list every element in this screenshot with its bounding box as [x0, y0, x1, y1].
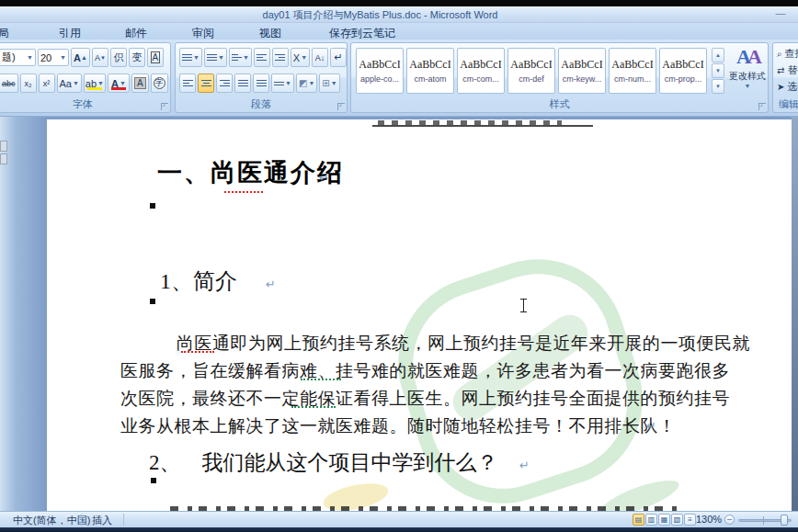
change-case-button[interactable]: Aa▼	[57, 74, 82, 93]
section-1-heading[interactable]: 1、简介	[160, 266, 237, 296]
grammar-squiggle-green	[291, 406, 336, 408]
line-spacing-button[interactable]: ▼	[271, 74, 294, 93]
sort-button[interactable]: A↓	[312, 48, 328, 67]
align-left-button[interactable]	[179, 74, 196, 93]
phonetic-guide-button[interactable]: 变	[129, 48, 145, 67]
spellcheck-squiggle-red	[224, 191, 263, 193]
font-size-combo[interactable]: 20▼	[38, 49, 69, 66]
outline-bullet	[151, 478, 156, 483]
character-border-button[interactable]: A	[147, 48, 164, 67]
heading-1[interactable]: 一、尚医通介绍	[157, 156, 344, 189]
align-center-icon	[201, 78, 211, 88]
find-button[interactable]: ⌕查找	[777, 47, 798, 61]
web-layout-view-button[interactable]: ▦	[658, 514, 670, 526]
editing-group-label: 编辑	[773, 97, 798, 111]
shrink-font-button[interactable]: A▼	[92, 48, 108, 67]
font-name-combo[interactable]: 题)▼	[0, 49, 36, 66]
clear-formatting-button[interactable]: 伿	[110, 48, 127, 67]
enclose-characters-button[interactable]: 字	[151, 74, 168, 93]
language-status[interactable]: 中文(简体，中国)	[13, 514, 90, 527]
font-group-label: 字体	[0, 97, 170, 111]
align-center-button[interactable]	[198, 74, 214, 93]
ribbon-tab-row: 局 引用 邮件 审阅 视图 保存到云笔记	[0, 23, 798, 40]
grow-font-button[interactable]: A▲	[71, 48, 90, 67]
highlight-color-button[interactable]: ab▼	[84, 74, 106, 93]
binoculars-icon: ⌕	[777, 49, 782, 60]
select-button[interactable]: ➤选择	[777, 80, 798, 94]
outline-view-button[interactable]: ▧	[671, 514, 683, 526]
superscript-button[interactable]: x²	[39, 74, 55, 93]
style-card[interactable]: AaBbCcIcm-prop...	[659, 48, 707, 94]
gallery-more-button[interactable]: ▼	[712, 79, 724, 94]
zoom-level[interactable]: 130%	[696, 514, 722, 525]
ibeam-cursor	[523, 299, 524, 312]
replace-icon: ⇄	[777, 65, 784, 75]
indent-icon	[275, 52, 285, 62]
show-hide-marks-button[interactable]: ↵	[330, 48, 347, 67]
numbering-button[interactable]: ▼	[204, 48, 227, 67]
change-styles-button[interactable]: AA 更改样式 ▼	[728, 46, 767, 105]
fullscreen-reading-view-button[interactable]: ▥	[645, 514, 657, 526]
body-line[interactable]: 次医院，最终还不一定能保证看得上医生。网上预约挂号全面提供的预约挂号	[120, 387, 685, 411]
sort-icon: A↓	[315, 53, 325, 62]
paint-bucket-icon: ◩	[299, 78, 307, 88]
status-separator	[81, 514, 82, 526]
watermark-green-blob	[598, 473, 683, 511]
decrease-indent-button[interactable]	[254, 48, 270, 67]
subscript-button[interactable]: x₂	[20, 74, 37, 93]
print-layout-view-button[interactable]: ▤	[633, 514, 644, 526]
style-card[interactable]: AaBbCcIcm-atom	[406, 48, 454, 94]
document-area: 一、尚医通介绍 ↵ 1、简介 ↵ 尚医通即为网上预约挂号系统，网上预约挂号是近年…	[0, 117, 798, 511]
distribute-button[interactable]	[253, 74, 269, 93]
gallery-scroll-up[interactable]: ▲	[712, 48, 724, 62]
style-card[interactable]: AaBbCcIcm-keyw...	[558, 48, 606, 94]
styles-gallery: AaBbCcIapple-co... AaBbCcIcm-atom AaBbCc…	[356, 48, 707, 94]
style-card[interactable]: AaBbCcIapple-co...	[356, 48, 404, 94]
body-line[interactable]: 业务从根本上解决了这一就医难题。随时随地轻松挂号！不用排长队！	[120, 414, 685, 438]
multilevel-list-button[interactable]: ▼	[229, 48, 252, 67]
cursor-arrow-icon: ➤	[777, 82, 784, 92]
char-border-icon: A	[151, 51, 161, 63]
font-dialog-launcher[interactable]	[161, 103, 168, 110]
scrollbar-area-clipped[interactable]	[792, 117, 798, 511]
replace-button[interactable]: ⇄替换	[777, 63, 798, 77]
borders-button[interactable]: ⊞▼	[319, 74, 339, 93]
document-page[interactable]: 一、尚医通介绍 ↵ 1、简介 ↵ 尚医通即为网上预约挂号系统，网上预约挂号是近年…	[47, 119, 792, 511]
minimize-button[interactable]: —	[774, 9, 787, 18]
style-card[interactable]: AaBbCcIcm-num...	[609, 48, 656, 94]
zoom-out-button[interactable]: –	[724, 515, 735, 525]
asian-layout-button[interactable]: X▼	[291, 48, 310, 67]
paragraph-mark-icon: ↵	[334, 51, 342, 63]
increase-indent-button[interactable]	[272, 48, 289, 67]
zoom-slider-thumb[interactable]	[781, 515, 788, 526]
shading-button[interactable]: ◩▼	[296, 74, 317, 93]
paragraph-group: ▼ ▼ ▼ X▼ A↓ ↵ ▼ ◩▼ ⊞▼ 段落	[175, 42, 348, 113]
style-card[interactable]: AaBbCcIcm-com...	[457, 48, 505, 94]
align-right-button[interactable]	[216, 74, 233, 93]
chevron-down-icon: ▼	[27, 54, 33, 61]
gallery-scroll-down[interactable]: ▼	[712, 63, 724, 78]
styles-dialog-launcher[interactable]	[758, 103, 766, 110]
chevron-down-icon: ▼	[728, 83, 767, 89]
draft-view-button[interactable]: ≡	[684, 514, 696, 526]
paragraph-mark: ↵	[266, 277, 276, 291]
bullets-button[interactable]: ▼	[179, 48, 202, 67]
paragraph-dialog-launcher[interactable]	[337, 103, 345, 110]
body-line[interactable]: 医服务，旨在缓解看病难、挂号难的就医难题，许多患者为看一次病要跑很多	[120, 359, 685, 383]
outline-bullet	[150, 299, 155, 304]
left-widget-button[interactable]	[0, 141, 7, 152]
grammar-squiggle-green	[301, 379, 341, 380]
title-bar[interactable]: day01 项目介绍与MyBatis Plus.doc - Microsoft …	[0, 6, 798, 23]
strikethrough-button[interactable]: abc	[0, 74, 18, 93]
left-clipped-widget	[0, 141, 8, 168]
left-widget-button[interactable]	[0, 153, 7, 164]
justify-button[interactable]	[234, 74, 251, 93]
character-shading-button[interactable]: A	[131, 74, 149, 93]
insert-mode-status[interactable]: 插入	[92, 514, 112, 527]
section-2-heading[interactable]: 2、 我们能从这个项目中学到什么？	[149, 448, 498, 477]
borders-grid-icon: ⊞	[322, 78, 329, 88]
font-color-button[interactable]: A▼	[108, 74, 130, 93]
justify-icon	[238, 78, 248, 88]
paragraph-mark: ↵	[519, 458, 530, 472]
style-card[interactable]: AaBbCcIcm-def	[507, 48, 555, 94]
